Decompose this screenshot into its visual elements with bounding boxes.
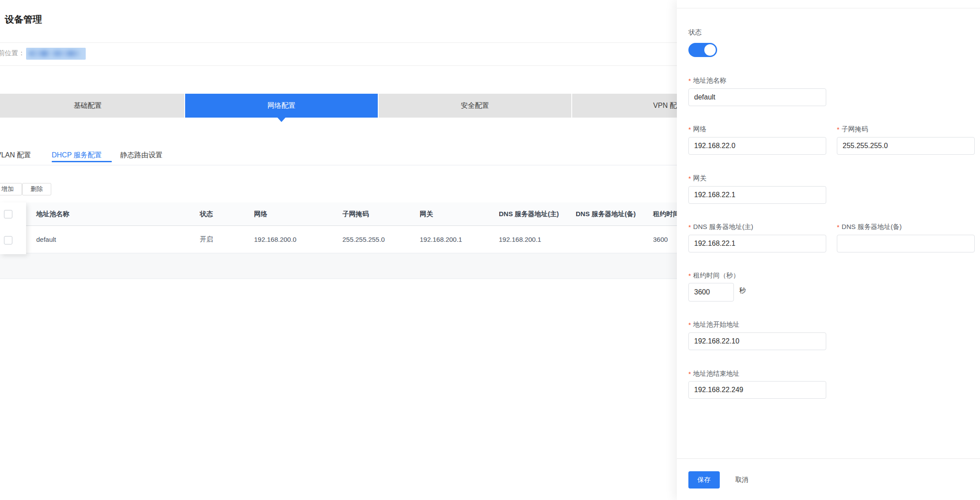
delete-button-label: 删除 (30, 185, 43, 193)
pool-end-label: * 地址池结束地址 (688, 370, 740, 378)
status-label-text: 状态 (688, 28, 702, 37)
subtab-static-route-label: 静态路由设置 (120, 151, 163, 160)
dns-primary-label: * DNS 服务器地址(主) (688, 223, 753, 231)
save-button[interactable]: 保存 (688, 471, 720, 489)
cell-status: 开启 (200, 226, 248, 253)
pool-start-label-text: 地址池开始地址 (693, 321, 740, 329)
table-fixed-checkbox-column (0, 202, 26, 254)
tab-network-config-label: 网络配置 (267, 101, 296, 111)
dhcp-edit-drawer: 状态 * 地址池名称 * 网络 * 子网掩码 * 网关 * DNS 服务器地址(… (677, 0, 980, 500)
drawer-footer-divider (677, 458, 980, 459)
pool-name-label: * 地址池名称 (688, 76, 726, 85)
status-toggle[interactable] (688, 43, 717, 57)
gateway-label-text: 网关 (693, 174, 707, 183)
cell-network: 192.168.200.0 (254, 226, 336, 253)
save-button-label: 保存 (698, 476, 711, 484)
col-header-dns-primary: DNS 服务器地址(主) (499, 202, 567, 225)
gateway-label: * 网关 (688, 174, 707, 183)
cell-mask: 255.255.255.0 (342, 226, 413, 253)
network-label: * 网络 (688, 125, 707, 134)
select-all-checkbox[interactable] (4, 210, 12, 218)
dns-secondary-label: * DNS 服务器地址(备) (837, 223, 902, 231)
drawer-top-divider (677, 8, 980, 8)
pool-name-label-text: 地址池名称 (693, 76, 726, 85)
cancel-button-label: 取消 (735, 476, 748, 484)
table-footer-band (0, 253, 677, 279)
active-subtab-underline (52, 161, 112, 162)
cell-dns-secondary (576, 226, 644, 253)
col-header-dns-secondary: DNS 服务器地址(备) (576, 202, 644, 225)
col-header-status: 状态 (200, 202, 248, 225)
subtab-divider (0, 165, 677, 165)
mask-input[interactable] (837, 137, 975, 155)
tab-security-config-label: 安全配置 (461, 101, 489, 111)
cell-dns-primary: 192.168.200.1 (499, 226, 567, 253)
required-asterisk: * (837, 223, 839, 231)
required-asterisk: * (688, 175, 691, 182)
add-button[interactable]: 增加 (0, 183, 22, 195)
device-management-page: 设备管理 当前位置： 基础配置 网络配置 安全配置 VPN 配置 VLAN 配置… (0, 0, 980, 500)
lease-label: * 租约时间（秒） (688, 271, 740, 280)
required-asterisk: * (837, 126, 839, 133)
add-button-label: 增加 (1, 185, 14, 193)
pool-start-label: * 地址池开始地址 (688, 321, 740, 329)
cell-pool-name: default (36, 226, 195, 253)
tab-basic-config[interactable]: 基础配置 (0, 94, 184, 118)
required-asterisk: * (688, 77, 691, 84)
dns-secondary-label-text: DNS 服务器地址(备) (842, 223, 902, 231)
required-asterisk: * (688, 126, 691, 133)
subtab-dhcp-label: DHCP 服务配置 (52, 151, 102, 160)
required-asterisk: * (688, 321, 691, 328)
tab-basic-config-label: 基础配置 (74, 101, 102, 111)
toggle-knob (704, 44, 716, 56)
network-input[interactable] (688, 137, 826, 155)
subtab-static-route[interactable]: 静态路由设置 (120, 149, 163, 162)
mask-label: * 子网掩码 (837, 125, 868, 134)
lease-input[interactable] (688, 283, 734, 302)
required-asterisk: * (688, 272, 691, 279)
mask-label-text: 子网掩码 (842, 125, 868, 134)
cancel-button[interactable]: 取消 (732, 471, 752, 489)
pool-name-input[interactable] (688, 88, 826, 106)
subtab-dhcp-service[interactable]: DHCP 服务配置 (52, 149, 102, 162)
lease-label-text: 租约时间（秒） (693, 271, 740, 280)
breadcrumb: 当前位置： (0, 43, 677, 66)
lease-unit-label: 秒 (739, 286, 746, 295)
breadcrumb-label: 当前位置： (0, 49, 25, 57)
page-title: 设备管理 (5, 13, 42, 26)
col-header-mask: 子网掩码 (342, 202, 413, 225)
col-header-gateway: 网关 (420, 202, 493, 225)
redacted-blur-blob (29, 50, 81, 57)
col-header-network: 网络 (254, 202, 336, 225)
gateway-input[interactable] (688, 186, 826, 204)
network-label-text: 网络 (693, 125, 707, 134)
active-tab-caret-icon (277, 118, 285, 122)
pool-start-input[interactable] (688, 332, 826, 350)
tab-network-config[interactable]: 网络配置 (185, 94, 378, 118)
row-checkbox[interactable] (4, 236, 12, 244)
col-header-pool-name: 地址池名称 (36, 202, 195, 225)
location-value-redacted (26, 48, 86, 60)
dns-primary-input[interactable] (688, 235, 826, 252)
page-header: 设备管理 (0, 0, 677, 43)
cell-gateway: 192.168.200.1 (420, 226, 493, 253)
required-asterisk: * (688, 223, 691, 231)
cell-lease: 3600 (653, 226, 668, 253)
required-asterisk: * (688, 370, 691, 378)
subtab-vlan-config[interactable]: VLAN 配置 (0, 149, 31, 162)
dns-secondary-input[interactable] (837, 235, 975, 252)
delete-button[interactable]: 删除 (22, 183, 51, 195)
status-field-label: 状态 (688, 28, 702, 37)
subtab-vlan-label: VLAN 配置 (0, 151, 31, 160)
pool-end-input[interactable] (688, 381, 826, 399)
tab-security-config[interactable]: 安全配置 (379, 94, 571, 118)
pool-end-label-text: 地址池结束地址 (693, 370, 740, 378)
dns-primary-label-text: DNS 服务器地址(主) (693, 223, 753, 231)
